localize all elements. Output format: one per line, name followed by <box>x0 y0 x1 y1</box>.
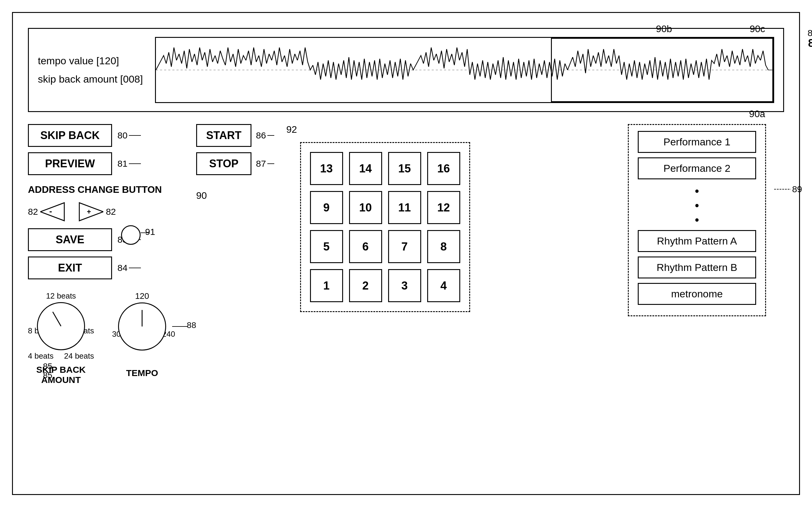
knobs-section: 12 beats 8 beats 16 beats 4 beats 24 bea… <box>28 291 172 385</box>
beats-12-label: 12 beats <box>28 291 94 301</box>
cell-1[interactable]: 1 <box>310 269 343 302</box>
beats-24-label: 24 beats <box>64 351 94 361</box>
address-buttons: 82 - + 82 <box>28 201 172 222</box>
ref-89: 89 <box>792 184 802 194</box>
ref-87: 87 <box>256 159 266 169</box>
rhythm-pattern-b-item[interactable]: Rhythm Pattern B <box>638 257 756 278</box>
ref-82a: 82 <box>28 207 38 217</box>
ref-8-outside: 8 <box>808 37 812 50</box>
cell-10[interactable]: 10 <box>349 191 382 224</box>
svg-marker-3 <box>40 203 64 221</box>
cell-16[interactable]: 16 <box>427 152 460 185</box>
ref-92: 92 <box>286 124 297 135</box>
ref-80: 80 <box>117 130 127 140</box>
ref-85b: 85 <box>43 371 52 380</box>
number-grid: 13 14 15 16 9 10 11 12 5 6 7 8 <box>310 152 460 302</box>
cell-15[interactable]: 15 <box>388 152 421 185</box>
ref-86: 86 <box>256 130 266 140</box>
label-90b: 90b <box>656 23 672 35</box>
skip-back-button[interactable]: SKIP BACK <box>28 124 112 147</box>
circle-91 <box>121 225 141 245</box>
tempo-label: TEMPO <box>112 368 172 378</box>
ref-82b: 82 <box>106 207 116 217</box>
performance-dots: ••• <box>638 184 756 227</box>
number-grid-container: 13 14 15 16 9 10 11 12 5 6 7 8 <box>300 142 470 312</box>
save-button[interactable]: SAVE <box>28 228 112 251</box>
plus-arrow-button[interactable]: + <box>76 201 103 222</box>
svg-text:-: - <box>49 207 52 216</box>
ref-8: 8 <box>808 28 812 38</box>
cell-7[interactable]: 7 <box>388 230 421 263</box>
cell-2[interactable]: 2 <box>349 269 382 302</box>
exit-button[interactable]: EXIT <box>28 257 112 279</box>
tempo-info: tempo value [120] skip back amount [008] <box>38 52 143 88</box>
waveform-inner-box <box>551 38 773 102</box>
svg-marker-5 <box>79 203 103 221</box>
beats-4-label: 4 beats <box>28 351 53 361</box>
skip-back-amount-label: SKIP BACK AMOUNT <box>28 364 94 385</box>
skip-back-knob-circle <box>37 302 85 350</box>
tempo-knob-circle <box>118 302 166 350</box>
ref-81: 81 <box>117 159 127 169</box>
cell-8[interactable]: 8 <box>427 230 460 263</box>
ref-84: 84 <box>117 263 127 273</box>
cell-11[interactable]: 11 <box>388 191 421 224</box>
performance-2-item[interactable]: Performance 2 <box>638 157 756 179</box>
minus-arrow-button[interactable]: - <box>40 201 67 222</box>
preview-button[interactable]: PREVIEW <box>28 152 112 175</box>
performance-1-item[interactable]: Performance 1 <box>638 131 756 153</box>
tempo-value-label: tempo value [120] <box>38 52 143 70</box>
cell-6[interactable]: 6 <box>349 230 382 263</box>
start-button[interactable]: START <box>196 124 252 147</box>
center-panel: 92 13 14 15 16 9 10 11 12 5 <box>274 124 628 485</box>
skip-back-knob: 12 beats 8 beats 16 beats 4 beats 24 bea… <box>28 291 94 385</box>
cell-4[interactable]: 4 <box>427 269 460 302</box>
center-left-panel: START 86 STOP 87 90 <box>172 124 274 485</box>
cell-14[interactable]: 14 <box>349 152 382 185</box>
right-panel: Performance 1 Performance 2 ••• Rhythm P… <box>628 124 784 485</box>
rhythm-pattern-a-item[interactable]: Rhythm Pattern A <box>638 230 756 252</box>
label-90c: 90c <box>750 23 765 35</box>
main-content: SKIP BACK 80 PREVIEW 81 ADDRESS CHANGE B… <box>28 124 784 485</box>
address-change-label: ADDRESS CHANGE BUTTON <box>28 184 172 195</box>
left-panel: SKIP BACK 80 PREVIEW 81 ADDRESS CHANGE B… <box>28 124 172 485</box>
stop-button[interactable]: STOP <box>196 152 252 175</box>
top-section: tempo value [120] skip back amount [008]… <box>28 28 784 112</box>
cell-13[interactable]: 13 <box>310 152 343 185</box>
tempo-knob: 120 30 240 88 TEMPO <box>112 291 172 378</box>
skip-back-label: skip back amount [008] <box>38 70 143 88</box>
cell-12[interactable]: 12 <box>427 191 460 224</box>
cell-3[interactable]: 3 <box>388 269 421 302</box>
tempo-120-label: 120 <box>112 291 172 301</box>
cell-5[interactable]: 5 <box>310 230 343 263</box>
waveform-outer <box>155 37 774 103</box>
performance-list-container: Performance 1 Performance 2 ••• Rhythm P… <box>628 124 766 316</box>
svg-text:+: + <box>87 208 91 216</box>
label-90a: 90a <box>749 108 765 120</box>
ref-90: 90 <box>196 190 207 201</box>
cell-9[interactable]: 9 <box>310 191 343 224</box>
ref-85a: 85 <box>43 361 52 371</box>
metronome-item[interactable]: metronome <box>638 283 756 305</box>
waveform-container: 90b 90c 90a <box>155 37 774 103</box>
